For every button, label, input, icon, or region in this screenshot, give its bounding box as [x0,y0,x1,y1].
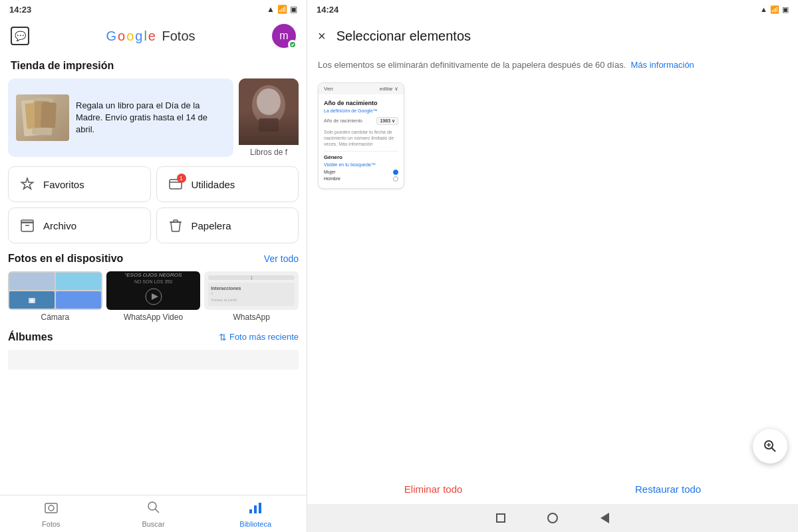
status-icons-left: ▲ 📶 ▣ [267,5,297,14]
bottom-actions: Eliminar todo Restaurar todo [307,474,798,504]
mujer-label: Mujer [324,170,336,174]
status-icons-right: ▲ 📶 ▣ [760,5,789,14]
sort-icon: ⇅ [219,332,227,342]
sort-link[interactable]: ⇅ Foto más reciente [219,332,299,342]
home-nav-button[interactable] [547,512,559,524]
avatar[interactable]: m [272,24,296,48]
mas-info-link[interactable]: Más información [630,60,694,70]
trash-icon [168,217,184,233]
device-photos-row: Cámara “ESOS OJOS NEGROS NO SON LOS 350 … [8,271,299,322]
fotos-nav-label: Fotos [42,520,61,528]
sort-label: Foto más reciente [229,332,299,342]
favoritos-label: Favoritos [43,179,84,190]
utilidades-icon: 1 [168,176,184,192]
album-placeholder [8,350,299,370]
tienda-card-main[interactable]: Regala un libro para el Día de la Madre.… [8,78,233,157]
buscar-nav-icon [146,500,161,518]
papelera-label: Papelera [192,220,231,231]
svg-point-20 [148,502,156,510]
svg-rect-23 [254,505,257,513]
utilidades-button[interactable]: 1 Utilidades [156,166,299,202]
tienda-card-small[interactable]: Libros de f [239,78,299,157]
whatsapp-video-item[interactable]: “ESOS OJOS NEGROS NO SON LOS 350 WhatsAp… [106,271,201,322]
camera-label: Cámara [41,313,69,322]
svg-rect-3 [41,102,57,128]
info-text: Los elementos se eliminarán definitivame… [318,60,626,70]
nav-fotos[interactable]: Fotos [0,495,102,532]
whatsapp-item[interactable]: 1 Interacciones 1 Visitas al perfil What… [204,271,299,322]
left-panel: 14:23 ▲ 📶 ▣ 💬 Google Fotos m Tienda de [0,0,307,532]
preview-divider [324,151,398,152]
albumes-header: Álbumes ⇅ Foto más reciente [8,331,299,343]
app-logo: Google Fotos [106,29,195,44]
svg-rect-4 [239,78,299,145]
zoom-fab[interactable] [753,429,787,464]
battery-right-icon: ▣ [782,5,789,14]
preview-radio-hombre[interactable]: Hombre [324,176,398,182]
preview-input-label: Año de nacimiento [324,118,362,123]
svg-point-5 [252,85,285,125]
papelera-button[interactable]: Papelera [156,207,299,243]
mujer-radio[interactable] [393,170,398,175]
hombre-radio[interactable] [393,176,398,182]
whatsapp-video-thumb: “ESOS OJOS NEGROS NO SON LOS 350 [106,271,201,310]
preview-subtitle: La definición de Google™ [324,108,398,113]
avatar-badge [288,40,297,49]
device-section-header: Fotos en el dispositivo Ver todo [8,253,299,265]
svg-rect-11 [21,220,33,223]
wifi-icon: 📶 [277,5,287,14]
battery-icon: ▣ [290,5,297,14]
fab-area [307,418,798,474]
square-icon [496,513,505,523]
camera-item[interactable]: Cámara [8,271,102,322]
preview-header-right: editar ∨ [380,86,398,92]
restaurar-button[interactable]: Restaurar todo [635,483,701,495]
whatsapp-video-label: WhatsApp Video [124,313,183,322]
hombre-label: Hombre [324,176,340,181]
archivo-button[interactable]: Archivo [8,207,151,243]
signal-icon: ▲ [267,5,275,14]
time-right: 14:24 [317,5,338,15]
archivo-icon [19,217,35,233]
logo-g: G [106,29,116,44]
archivo-label: Archivo [43,220,76,231]
books-image [16,94,69,141]
chat-icon[interactable]: 💬 [11,27,29,45]
eliminar-button[interactable]: Eliminar todo [404,483,463,495]
svg-line-26 [772,448,776,452]
info-text-block: Los elementos se eliminarán definitivame… [307,53,798,82]
home-circle-icon [547,513,558,523]
tienda-row: Regala un libro para el Día de la Madre.… [8,78,299,157]
square-nav-button[interactable] [495,512,507,524]
preview-input-value[interactable]: 1983 ∨ [376,117,398,125]
right-panel: 14:24 ▲ 📶 ▣ × Seleccionar elementos Los … [307,0,798,532]
svg-rect-24 [259,503,261,513]
tienda-title: Tienda de impresión [11,60,299,72]
back-nav-button[interactable] [598,512,610,524]
right-content: Ven editar ∨ Año de nacimiento La defini… [307,82,798,419]
preview-desc: Solo pueden cambiar tu fecha de nacimien… [324,129,398,147]
whatsapp-thumb: 1 Interacciones 1 Visitas al perfil [204,271,299,310]
wifi-right-icon: 📶 [770,5,779,14]
fotos-nav-icon [44,500,59,518]
right-header: × Seleccionar elementos [307,19,798,53]
preview-radio-mujer[interactable]: Mujer [324,170,398,175]
preview-input-row: Año de nacimiento 1983 ∨ [324,117,398,125]
svg-rect-10 [21,222,33,231]
buscar-nav-label: Buscar [142,520,164,528]
right-title: Seleccionar elementos [336,29,471,44]
avatar-letter: m [279,30,288,42]
favoritos-button[interactable]: Favoritos [8,166,151,202]
nav-buscar[interactable]: Buscar [102,495,205,532]
close-button[interactable]: × [318,29,326,43]
android-nav [307,504,798,532]
utilidades-label: Utilidades [192,179,235,190]
bottom-nav: Fotos Buscar Biblioteca [0,495,307,532]
preview-header-left: Ven [324,86,333,92]
nav-biblioteca[interactable]: Biblioteca [204,495,307,532]
preview-gender-link[interactable]: Visible en tu búsqueda™ [324,162,398,167]
svg-line-21 [155,509,159,513]
ver-todo-link[interactable]: Ver todo [264,253,299,264]
libros-label: Libros de f [239,148,299,157]
camera-thumb [8,271,102,310]
